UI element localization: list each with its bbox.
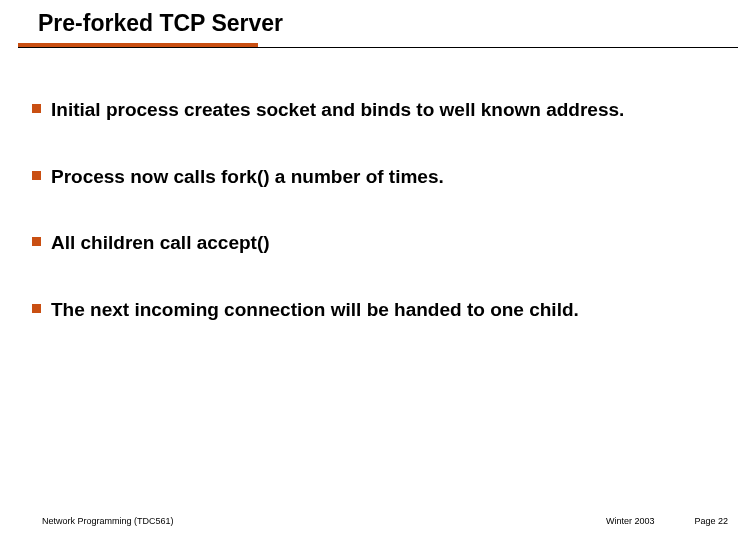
bullet-item: Process now calls fork() a number of tim… [32, 165, 724, 190]
footer-right: Winter 2003 Page 22 [606, 516, 728, 526]
slide-content: Initial process creates socket and binds… [0, 48, 756, 323]
footer-term: Winter 2003 [606, 516, 655, 526]
bullet-text: Initial process creates socket and binds… [51, 98, 624, 123]
title-rule [18, 43, 738, 48]
bullet-text: The next incoming connection will be han… [51, 298, 579, 323]
footer-page: Page 22 [694, 516, 728, 526]
bullet-item: The next incoming connection will be han… [32, 298, 724, 323]
slide-header: Pre-forked TCP Server [0, 0, 756, 43]
square-bullet-icon [32, 304, 41, 313]
square-bullet-icon [32, 171, 41, 180]
bullet-text: Process now calls fork() a number of tim… [51, 165, 444, 190]
square-bullet-icon [32, 237, 41, 246]
bullet-item: Initial process creates socket and binds… [32, 98, 724, 123]
bullet-item: All children call accept() [32, 231, 724, 256]
bullet-text: All children call accept() [51, 231, 270, 256]
footer-course: Network Programming (TDC561) [42, 516, 174, 526]
square-bullet-icon [32, 104, 41, 113]
slide-footer: Network Programming (TDC561) Winter 2003… [0, 516, 756, 526]
title-rule-line [18, 47, 738, 48]
slide-title: Pre-forked TCP Server [38, 10, 756, 43]
